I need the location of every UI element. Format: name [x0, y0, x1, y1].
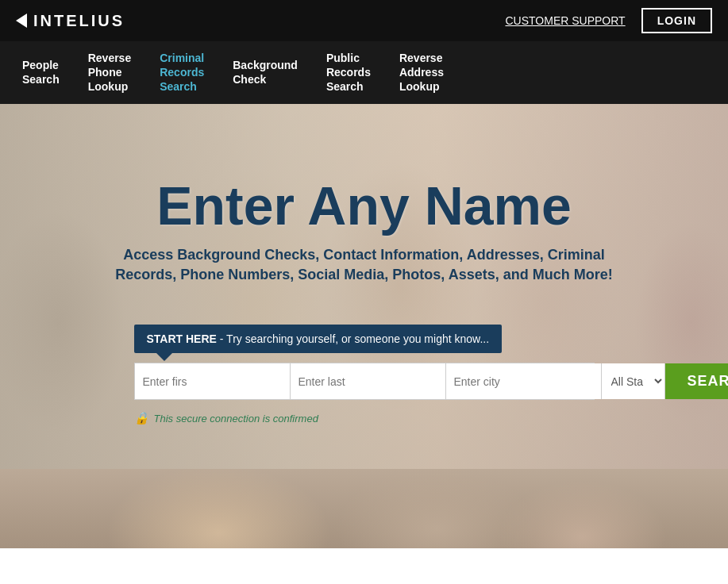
header-right: CUSTOMER SUPPORT LOGIN	[505, 8, 712, 33]
hero-section: Enter Any Name Access Background Checks,…	[0, 104, 728, 469]
nav-reverse-phone[interactable]: Reverse Phone Lookup	[74, 41, 146, 104]
tooltip-text: - Try searching yourself, or someone you…	[217, 332, 489, 345]
secure-notice: 🔒 This secure connection is confirmed	[134, 411, 318, 425]
logo-arrow-icon	[16, 13, 27, 28]
login-button[interactable]: LOGIN	[641, 8, 712, 33]
tooltip-strong: START HERE	[147, 332, 217, 345]
nav-criminal-records[interactable]: Criminal Records Search	[145, 41, 218, 104]
city-input[interactable]	[446, 363, 602, 399]
search-tooltip: START HERE - Try searching yourself, or …	[134, 325, 503, 353]
nav-people-search[interactable]: People Search	[8, 41, 74, 104]
state-select[interactable]: All Sta▼ All States ALAKAZAR CACOCTFL GA…	[602, 363, 665, 399]
hero-subtitle: Access Background Checks, Contact Inform…	[94, 245, 634, 285]
hero-title: Enter Any Name	[94, 179, 634, 232]
main-nav: People Search Reverse Phone Lookup Crimi…	[0, 41, 728, 104]
nav-background-check[interactable]: Background Check	[218, 41, 312, 104]
search-bar: All Sta▼ All States ALAKAZAR CACOCTFL GA…	[134, 363, 595, 400]
logo-text: INTELIUS	[33, 12, 125, 30]
nav-public-records[interactable]: Public Records Search	[312, 41, 385, 104]
site-logo[interactable]: INTELIUS	[16, 12, 125, 30]
lock-icon: 🔒	[134, 411, 149, 425]
search-widget: START HERE - Try searching yourself, or …	[134, 325, 595, 425]
customer-support-link[interactable]: CUSTOMER SUPPORT	[505, 14, 625, 27]
hero-content: Enter Any Name Access Background Checks,…	[79, 147, 650, 325]
bottom-strip	[0, 469, 728, 548]
search-button[interactable]: SEARCH	[665, 363, 729, 399]
secure-text: This secure connection is confirmed	[154, 413, 318, 425]
nav-reverse-address[interactable]: Reverse Address Lookup	[385, 41, 458, 104]
last-name-input[interactable]	[291, 363, 446, 399]
first-name-input[interactable]	[135, 363, 291, 399]
site-header: INTELIUS CUSTOMER SUPPORT LOGIN	[0, 0, 728, 41]
